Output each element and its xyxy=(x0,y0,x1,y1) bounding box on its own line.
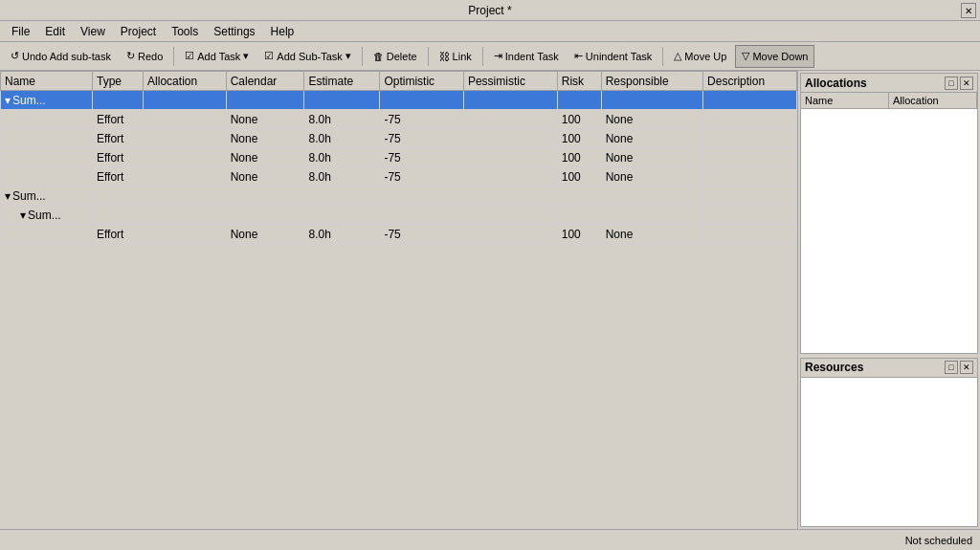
undo-icon: ↺ xyxy=(11,50,19,62)
col-name: Name xyxy=(1,72,93,91)
cell-name xyxy=(1,110,93,129)
resources-restore-button[interactable]: □ xyxy=(945,361,958,374)
cell-type xyxy=(92,206,143,225)
cell-allocation xyxy=(144,225,227,244)
add-subtask-button[interactable]: ☑ Add Sub-Task ▾ xyxy=(257,45,357,68)
resources-title: Resources xyxy=(805,361,863,374)
cell-optimistic: -75 xyxy=(380,110,463,129)
resources-panel-header: Resources □ ✕ xyxy=(801,359,977,378)
cell-risk: 100 xyxy=(557,148,601,167)
unindent-button[interactable]: ⇤ Unindent Task xyxy=(568,45,659,68)
cell-optimistic xyxy=(380,206,463,225)
cell-description xyxy=(703,206,797,225)
cell-risk: 100 xyxy=(557,225,601,244)
cell-description xyxy=(703,187,797,206)
add-task-dropdown-icon: ▾ xyxy=(243,50,249,62)
cell-pessimistic xyxy=(463,187,557,206)
cell-pessimistic xyxy=(463,129,557,148)
move-up-button[interactable]: △ Move Up xyxy=(667,45,733,68)
cell-type xyxy=(92,91,143,110)
link-button[interactable]: ⛓ Link xyxy=(433,45,479,68)
cell-name xyxy=(1,167,93,187)
table-row[interactable]: EffortNone8.0h-75100None xyxy=(1,167,797,187)
menu-project[interactable]: Project xyxy=(113,23,164,40)
cell-responsible: None xyxy=(601,167,702,187)
table-row[interactable]: ▾Sum... xyxy=(1,206,797,225)
task-table-container: Name Type Allocation Calendar Estimate O… xyxy=(0,71,798,529)
allocations-close-button[interactable]: ✕ xyxy=(960,77,973,90)
separator-2 xyxy=(362,47,363,66)
resources-close-button[interactable]: ✕ xyxy=(960,361,973,374)
close-button[interactable]: ✕ xyxy=(961,3,976,18)
cell-description xyxy=(703,91,797,110)
allocations-controls: □ ✕ xyxy=(945,77,973,90)
cell-name: ▾Sum... xyxy=(1,91,93,110)
status-bar: Not scheduled xyxy=(0,529,980,550)
cell-risk xyxy=(557,187,601,206)
cell-pessimistic xyxy=(463,167,557,187)
separator-5 xyxy=(662,47,663,66)
menu-view[interactable]: View xyxy=(73,23,113,40)
allocations-restore-button[interactable]: □ xyxy=(945,77,958,90)
allocations-content xyxy=(801,109,977,353)
cell-calendar xyxy=(226,206,304,225)
table-row[interactable]: EffortNone8.0h-75100None xyxy=(1,148,797,167)
cell-estimate xyxy=(304,206,380,225)
allocations-columns: Name Allocation xyxy=(801,93,977,109)
menu-tools[interactable]: Tools xyxy=(164,23,206,40)
link-icon: ⛓ xyxy=(439,51,450,62)
delete-icon: 🗑 xyxy=(373,51,384,62)
move-down-icon: ▽ xyxy=(742,50,749,62)
redo-button[interactable]: ↻ Redo xyxy=(120,45,169,68)
cell-pessimistic xyxy=(463,110,557,129)
indent-button[interactable]: ⇥ Indent Task xyxy=(487,45,566,68)
add-subtask-dropdown-icon: ▾ xyxy=(345,50,351,62)
cell-type xyxy=(92,187,143,206)
delete-button[interactable]: 🗑 Delete xyxy=(367,45,424,68)
separator-3 xyxy=(428,47,429,66)
cell-name: ▾Sum... xyxy=(1,206,93,225)
move-down-button[interactable]: ▽ Move Down xyxy=(735,45,814,68)
cell-pessimistic xyxy=(463,225,557,244)
add-task-button[interactable]: ☑ Add Task ▾ xyxy=(178,45,256,68)
resources-controls: □ ✕ xyxy=(945,361,973,374)
menu-edit[interactable]: Edit xyxy=(37,23,73,40)
menu-help[interactable]: Help xyxy=(263,23,302,40)
alloc-col-name: Name xyxy=(801,93,889,108)
cell-allocation xyxy=(144,148,227,167)
undo-button[interactable]: ↺ Undo Add sub-task xyxy=(4,45,118,68)
col-pessimistic: Pessimistic xyxy=(463,72,557,91)
table-row[interactable]: EffortNone8.0h-75100None xyxy=(1,225,797,244)
cell-allocation xyxy=(144,91,227,110)
move-up-icon: △ xyxy=(674,50,681,62)
col-responsible: Responsible xyxy=(601,72,702,91)
cell-pessimistic xyxy=(463,206,557,225)
col-risk: Risk xyxy=(557,72,601,91)
cell-allocation xyxy=(144,129,227,148)
title-bar: Project * ✕ xyxy=(0,0,980,21)
cell-estimate: 8.0h xyxy=(304,148,380,167)
cell-estimate: 8.0h xyxy=(304,110,380,129)
menu-file[interactable]: File xyxy=(4,23,37,40)
cell-optimistic: -75 xyxy=(380,148,463,167)
cell-responsible: None xyxy=(601,225,702,244)
col-type: Type xyxy=(92,72,143,91)
indent-icon: ⇥ xyxy=(494,50,502,62)
cell-responsible xyxy=(601,91,702,110)
separator-1 xyxy=(173,47,174,66)
table-row[interactable]: ▾Sum... xyxy=(1,91,797,110)
cell-calendar xyxy=(226,91,304,110)
cell-calendar: None xyxy=(226,225,304,244)
table-row[interactable]: EffortNone8.0h-75100None xyxy=(1,110,797,129)
cell-name xyxy=(1,129,93,148)
cell-description xyxy=(703,129,797,148)
task-table-scroll[interactable]: Name Type Allocation Calendar Estimate O… xyxy=(0,71,797,529)
cell-name xyxy=(1,148,93,167)
table-row[interactable]: ▾Sum... xyxy=(1,187,797,206)
table-row[interactable]: EffortNone8.0h-75100None xyxy=(1,129,797,148)
cell-calendar: None xyxy=(226,167,304,187)
cell-optimistic: -75 xyxy=(380,225,463,244)
menu-settings[interactable]: Settings xyxy=(206,23,262,40)
cell-risk: 100 xyxy=(557,167,601,187)
cell-estimate: 8.0h xyxy=(304,129,380,148)
